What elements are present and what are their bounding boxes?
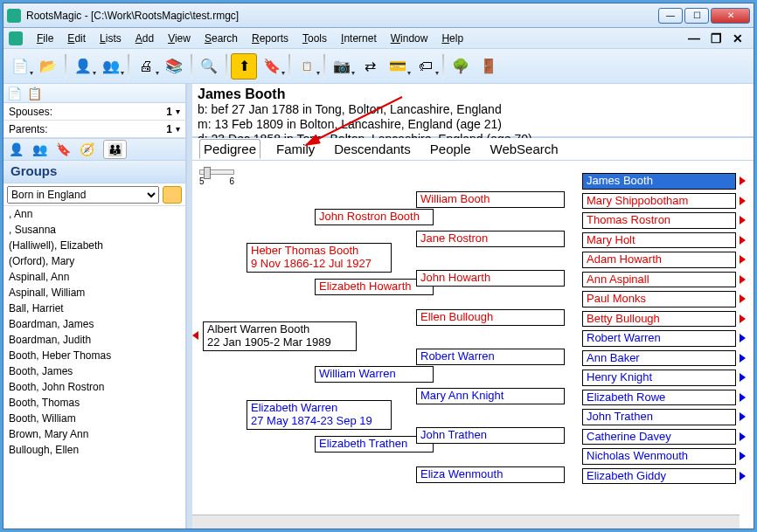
groups-folder-button[interactable]: [163, 186, 182, 204]
list-item[interactable]: Aspinall, Ann: [3, 269, 185, 285]
pedigree-box[interactable]: Robert Warren: [582, 330, 736, 347]
tb-road-sign[interactable]: ⬆: [231, 53, 257, 79]
mdi-close[interactable]: ✕: [727, 31, 748, 45]
minimize-button[interactable]: —: [658, 8, 683, 24]
expand-arrow[interactable]: [740, 373, 746, 382]
parents-row[interactable]: Parents: 1 ▾: [3, 121, 185, 138]
pedigree-box[interactable]: Ann Baker: [582, 350, 736, 367]
expand-arrow[interactable]: [740, 334, 746, 342]
pedigree-box[interactable]: Elizabeth Warren27 May 1874-23 Sep 19: [247, 400, 392, 430]
tab-family[interactable]: Family: [273, 140, 318, 158]
tb-card[interactable]: 💳▾: [385, 53, 411, 79]
menu-edit[interactable]: Edit: [60, 31, 93, 46]
list-item[interactable]: Bullough, Ellen: [3, 442, 185, 458]
expand-arrow[interactable]: [740, 472, 746, 480]
close-button[interactable]: ✕: [711, 8, 750, 24]
tb-label[interactable]: 🏷▾: [413, 53, 439, 79]
tb-books[interactable]: 📚: [161, 53, 187, 79]
expand-arrow[interactable]: [740, 432, 746, 441]
pedigree-box[interactable]: Adam Howarth: [582, 252, 736, 268]
spouses-row[interactable]: Spouses: 1 ▾: [3, 103, 185, 121]
list-item[interactable]: Booth, John Rostron: [3, 379, 185, 395]
tb-exit[interactable]: 🚪: [476, 53, 502, 79]
expand-arrow[interactable]: [740, 393, 746, 402]
pedigree-box[interactable]: Heber Thomas Booth9 Nov 1866-12 Jul 1927: [247, 243, 392, 273]
pedigree-box[interactable]: Ellen Bullough: [416, 309, 565, 326]
expand-arrow[interactable]: [740, 236, 746, 245]
list-item[interactable]: Ball, Harriet: [3, 301, 185, 316]
pedigree-box[interactable]: Mary Ann Knight: [416, 388, 565, 404]
pedigree-box[interactable]: Robert Warren: [416, 349, 565, 365]
list-item[interactable]: Boardman, Judith: [3, 332, 185, 348]
expand-arrow[interactable]: [740, 216, 746, 225]
tb-merge[interactable]: ⇄: [357, 53, 383, 79]
pedigree-box[interactable]: Henry Knight: [582, 370, 736, 386]
pedigree-box[interactable]: James Booth: [582, 173, 736, 190]
tb-tree[interactable]: 🌳: [448, 53, 474, 79]
lp-doc-icon[interactable]: 📄: [7, 86, 22, 100]
tb-add-person[interactable]: 👤▾: [70, 53, 96, 79]
tb-camera[interactable]: 📷▾: [329, 53, 355, 79]
menu-view[interactable]: View: [161, 31, 198, 46]
generation-slider[interactable]: 56: [199, 166, 234, 186]
tb-new[interactable]: 📄▾: [7, 53, 33, 79]
pedigree-box[interactable]: Mary Holt: [582, 232, 736, 249]
pedigree-box[interactable]: Elizabeth Rowe: [582, 390, 736, 406]
menu-help[interactable]: Help: [434, 31, 470, 46]
list-item[interactable]: (Halliwell), Elizabeth: [3, 238, 185, 253]
list-item[interactable]: Brown, Mary Ann: [3, 426, 185, 442]
menu-internet[interactable]: Internet: [334, 31, 384, 46]
list-item[interactable]: Aspinall, William: [3, 285, 185, 301]
menu-search[interactable]: Search: [198, 31, 245, 46]
pedigree-box[interactable]: Nicholas Wenmouth: [582, 448, 736, 465]
pedigree-box[interactable]: John Trathen: [416, 427, 565, 444]
pedigree-box[interactable]: Paul Monks: [582, 291, 736, 307]
menu-lists[interactable]: Lists: [93, 31, 128, 46]
pedigree-box[interactable]: Albert Warren Booth22 Jan 1905-2 Mar 198…: [203, 321, 357, 351]
tb-bookmark[interactable]: 🔖▾: [259, 53, 285, 79]
expand-arrow[interactable]: [740, 176, 746, 185]
pedigree-box[interactable]: Catherine Davey: [582, 429, 736, 446]
expand-arrow[interactable]: [192, 331, 198, 340]
list-item[interactable]: (Orford), Mary: [3, 253, 185, 269]
list-item[interactable]: Booth, Thomas: [3, 395, 185, 411]
tab-groups-icon[interactable]: 👪: [103, 140, 127, 159]
menu-window[interactable]: Window: [384, 31, 435, 46]
tab-websearch[interactable]: WebSearch: [487, 140, 562, 158]
list-item[interactable]: Booth, James: [3, 363, 185, 379]
tab-descendants[interactable]: Descendants: [330, 140, 414, 158]
mdi-restore[interactable]: ❐: [705, 31, 727, 45]
expand-arrow[interactable]: [740, 294, 746, 303]
lp-clip-icon[interactable]: 📋: [27, 86, 42, 100]
menu-add[interactable]: Add: [128, 31, 161, 46]
pedigree-box[interactable]: Eliza Wenmouth: [416, 466, 565, 483]
pedigree-box[interactable]: Jane Rostron: [416, 231, 565, 247]
expand-arrow[interactable]: [740, 314, 746, 323]
pedigree-box[interactable]: John Rostron Booth: [315, 209, 434, 225]
list-item[interactable]: Booth, Heber Thomas: [3, 348, 185, 363]
pedigree-box[interactable]: John Howarth: [416, 270, 565, 287]
expand-arrow[interactable]: [740, 412, 746, 421]
expand-arrow[interactable]: [740, 452, 746, 460]
list-item[interactable]: , Susanna: [3, 222, 185, 238]
menu-reports[interactable]: Reports: [245, 31, 295, 46]
pedigree-box[interactable]: John Trathen: [582, 409, 736, 425]
list-item[interactable]: , Ann: [3, 206, 185, 222]
list-item[interactable]: Booth, William: [3, 411, 185, 426]
tab-pedigree[interactable]: Pedigree: [199, 139, 260, 159]
expand-arrow[interactable]: [740, 197, 746, 205]
horizontal-scrollbar[interactable]: [192, 515, 740, 529]
tab-person-icon[interactable]: 👤: [9, 142, 24, 156]
tb-print[interactable]: 🖨▾: [133, 53, 159, 79]
expand-arrow[interactable]: [740, 275, 746, 284]
menu-file[interactable]: File: [30, 31, 60, 46]
tb-doc[interactable]: 📋▾: [294, 53, 320, 79]
name-list[interactable]: , Ann, Susanna(Halliwell), Elizabeth(Orf…: [3, 206, 185, 529]
mdi-minimize[interactable]: —: [683, 31, 705, 45]
pedigree-box[interactable]: Elizabeth Giddy: [582, 468, 736, 485]
tab-family-icon[interactable]: 👥: [32, 142, 47, 156]
tb-edit-person[interactable]: 👥▾: [98, 53, 124, 79]
pedigree-box[interactable]: Betty Bullough: [582, 311, 736, 328]
groups-select[interactable]: Born in England: [7, 186, 159, 204]
tab-history-icon[interactable]: 🧭: [80, 142, 94, 156]
